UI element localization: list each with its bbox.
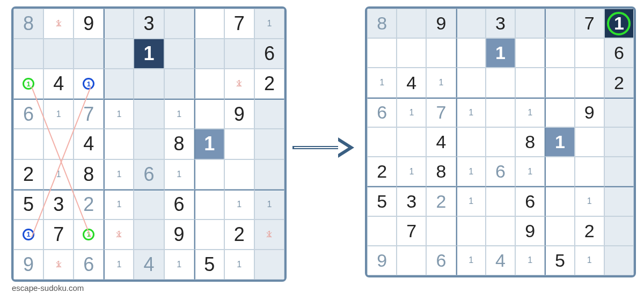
sudoku-cell: 6 — [426, 246, 456, 275]
sudoku-cell — [104, 129, 134, 159]
sudoku-cell — [134, 99, 164, 129]
candidate: 1 — [267, 19, 272, 28]
sudoku-cell: 1 — [456, 246, 486, 275]
sudoku-cell: 4 — [397, 68, 426, 97]
cell-value: 4 — [83, 133, 94, 155]
sudoku-cell: 1 — [134, 39, 164, 69]
sudoku-cell: 8 — [367, 9, 397, 38]
cell-value: 8 — [83, 163, 94, 186]
sudoku-cell: 2 — [13, 159, 43, 189]
sudoku-grid-left: 8193711614112617119481218161532161117119… — [11, 6, 287, 282]
sudoku-cell — [456, 68, 486, 97]
sudoku-cell — [254, 99, 284, 129]
cell-value: 6 — [23, 103, 34, 126]
sudoku-cell — [164, 69, 194, 99]
sudoku-cell: 2 — [604, 68, 634, 97]
sudoku-cell: 7 — [43, 219, 74, 250]
sudoku-cell: 1 — [43, 99, 74, 129]
arrow-icon — [292, 134, 357, 161]
cell-value: 9 — [584, 102, 595, 123]
sudoku-cell — [397, 9, 426, 38]
sudoku-cell — [575, 127, 604, 157]
candidate-eliminated: 1 — [56, 19, 61, 28]
sudoku-cell: 5 — [367, 186, 397, 216]
sudoku-cell: 4 — [74, 129, 104, 159]
sudoku-cell: 9 — [13, 250, 43, 280]
sudoku-cell — [397, 127, 426, 157]
sudoku-cell — [545, 216, 574, 246]
cell-value: 4 — [406, 72, 416, 93]
cell-value: 1 — [204, 133, 215, 155]
sudoku-cell — [134, 129, 164, 159]
sudoku-cell: 3 — [134, 9, 164, 39]
sudoku-cell — [104, 9, 134, 39]
sudoku-cell: 1 — [104, 159, 134, 189]
candidate: 1 — [237, 260, 241, 269]
cell-value: 8 — [23, 12, 34, 35]
sudoku-cell: 7 — [426, 98, 456, 127]
sudoku-cell: 1 — [397, 157, 426, 186]
candidate: 1 — [177, 260, 181, 269]
sudoku-cell — [545, 186, 574, 216]
cell-value: 6 — [525, 191, 535, 212]
sudoku-cell — [104, 69, 134, 99]
candidate: 1 — [409, 167, 414, 177]
candidate: 1 — [587, 255, 592, 265]
sudoku-cell — [486, 68, 515, 97]
sudoku-cell — [515, 9, 545, 38]
sudoku-cell — [134, 189, 164, 219]
sudoku-cell: 1 — [104, 250, 134, 280]
sudoku-cell: 3 — [397, 186, 426, 216]
cell-value: 8 — [174, 133, 185, 155]
sudoku-cell — [194, 99, 224, 129]
cell-value: 5 — [555, 250, 565, 271]
candidate: 1 — [528, 108, 532, 118]
sudoku-cell — [367, 38, 397, 68]
cell-value: 6 — [614, 42, 624, 63]
candidate-eliminated: 1 — [116, 230, 121, 239]
candidate: 1 — [177, 109, 181, 119]
cell-value: 2 — [436, 191, 447, 212]
cell-value: 2 — [23, 163, 34, 186]
candidate: 1 — [469, 255, 473, 265]
sudoku-cell: 7 — [224, 9, 254, 39]
cell-value: 5 — [204, 253, 215, 276]
cell-value: 2 — [234, 223, 245, 246]
cell-value: 8 — [377, 13, 387, 34]
candidate: 1 — [56, 109, 61, 119]
sudoku-cell: 2 — [367, 157, 397, 186]
sudoku-cell — [164, 39, 194, 69]
sudoku-cell: 9 — [164, 219, 194, 250]
sudoku-cell — [486, 216, 515, 246]
sudoku-cell — [456, 127, 486, 157]
sudoku-cell — [194, 189, 224, 219]
sudoku-cell — [545, 98, 574, 127]
sudoku-cell: 8 — [515, 127, 545, 157]
cell-value: 9 — [83, 12, 94, 35]
sudoku-cell — [604, 246, 634, 275]
sudoku-cell: 9 — [515, 216, 545, 246]
sudoku-cell — [545, 68, 574, 97]
candidate: 1 — [267, 200, 272, 209]
cell-value: 7 — [584, 13, 595, 34]
sudoku-cell: 8 — [164, 129, 194, 159]
sudoku-cell: 9 — [367, 246, 397, 275]
sudoku-cell: 1 — [224, 189, 254, 219]
green-circle-icon: 1 — [23, 78, 34, 90]
candidate: 1 — [116, 109, 121, 119]
sudoku-cell: 1 — [575, 186, 604, 216]
sudoku-cell: 4 — [426, 127, 456, 157]
sudoku-cell: 1 — [43, 250, 74, 280]
sudoku-cell — [74, 39, 104, 69]
cell-value: 2 — [584, 221, 595, 242]
sudoku-cell: 1 — [367, 68, 397, 97]
sudoku-cell: 7 — [74, 99, 104, 129]
sudoku-cell — [104, 39, 134, 69]
sudoku-cell — [426, 216, 456, 246]
sudoku-cell: 1 — [254, 9, 284, 39]
candidate-eliminated: 1 — [56, 260, 61, 269]
candidate: 1 — [116, 260, 121, 269]
sudoku-cell: 1 — [13, 69, 43, 99]
cell-value: 4 — [143, 253, 154, 276]
cell-value: 9 — [436, 13, 447, 34]
